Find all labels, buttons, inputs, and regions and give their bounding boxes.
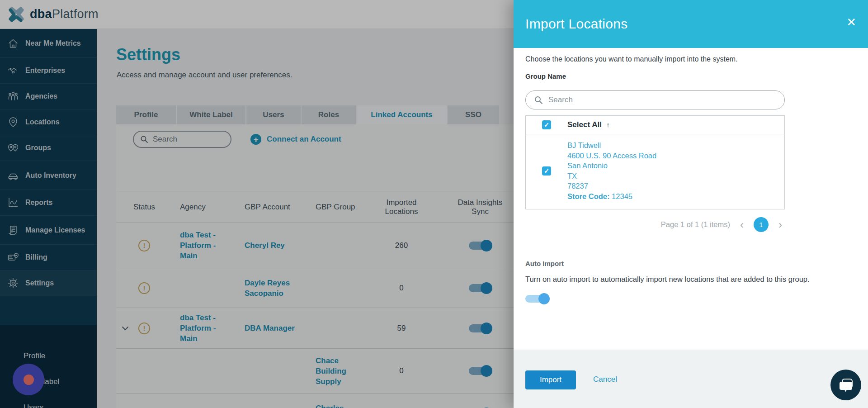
drawer-title: Import Locations: [525, 16, 628, 32]
group-search: [525, 90, 785, 109]
location-row: ✓ BJ Tidwell 4600 U.S. 90 Access Road Sa…: [526, 134, 784, 201]
check-icon: ✓: [544, 121, 549, 128]
drawer-header: Import Locations ✕: [514, 0, 868, 48]
search-icon: [534, 95, 543, 104]
store-code-label: Store Code:: [567, 192, 610, 200]
location-name[interactable]: BJ Tidwell: [567, 140, 656, 151]
location-address[interactable]: 4600 U.S. 90 Access Road: [567, 151, 656, 161]
sort-ascending-icon[interactable]: ↑: [606, 121, 610, 128]
location-store-code[interactable]: Store Code: 12345: [567, 191, 656, 202]
pagination-summary: Page 1 of 1 (1 items): [661, 220, 730, 229]
select-all-row: ✓ Select All ↑: [526, 116, 784, 134]
chat-widget-button[interactable]: [830, 370, 861, 400]
group-name-label: Group Name: [525, 72, 566, 80]
select-all-checkbox[interactable]: ✓: [542, 120, 551, 129]
location-details[interactable]: BJ Tidwell 4600 U.S. 90 Access Road San …: [567, 140, 656, 201]
location-state[interactable]: TX: [567, 171, 656, 181]
group-search-input[interactable]: [548, 95, 756, 104]
close-icon[interactable]: ✕: [846, 16, 856, 28]
store-code-value: 12345: [612, 192, 632, 200]
check-icon: ✓: [544, 167, 549, 175]
auto-import-toggle[interactable]: [525, 295, 549, 303]
import-button[interactable]: Import: [525, 370, 576, 389]
select-all-label: Select All: [567, 120, 602, 129]
cancel-button[interactable]: Cancel: [593, 375, 617, 384]
app-root: dbaPlatform Near Me Metrics Enterprises …: [0, 0, 868, 408]
drawer-description: Choose the locations you want to manuall…: [525, 55, 738, 63]
chat-bubble-icon: [838, 377, 854, 393]
import-locations-drawer: Import Locations ✕ Choose the locations …: [514, 0, 868, 408]
auto-import-label: Auto Import: [525, 260, 564, 267]
next-page-icon[interactable]: ›: [776, 219, 785, 230]
location-city[interactable]: San Antonio: [567, 161, 656, 171]
locations-list: ✓ Select All ↑ ✓ BJ Tidwell 4600 U.S. 90…: [525, 115, 785, 209]
location-checkbox[interactable]: ✓: [542, 166, 551, 176]
location-zip[interactable]: 78237: [567, 181, 656, 191]
toggle-knob: [538, 293, 550, 304]
pagination: Page 1 of 1 (1 items) ‹ 1 ›: [525, 217, 785, 232]
page-1-button[interactable]: 1: [754, 217, 769, 232]
drawer-footer: Import Cancel: [514, 350, 868, 408]
prev-page-icon[interactable]: ‹: [737, 219, 746, 230]
auto-import-description: Turn on auto import to automatically imp…: [525, 275, 810, 284]
